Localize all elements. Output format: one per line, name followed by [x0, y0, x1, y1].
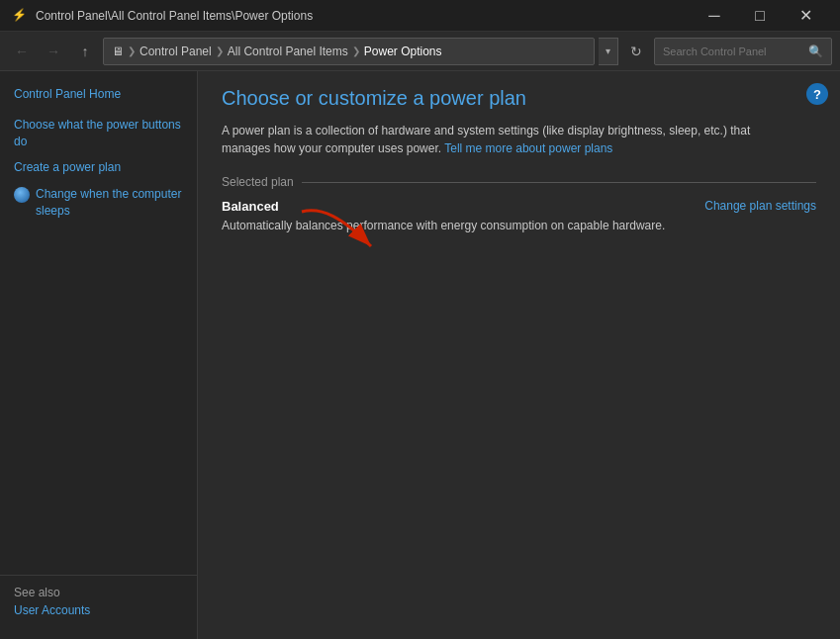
- see-also-label: See also: [14, 586, 183, 599]
- sidebar-item-sleep-label: Change when the computer sleeps: [36, 186, 183, 220]
- forward-button[interactable]: →: [40, 38, 67, 65]
- title-bar: ⚡ Control Panel\All Control Panel Items\…: [0, 0, 840, 32]
- breadcrumb-current: Power Options: [364, 45, 442, 58]
- address-dropdown-button[interactable]: ▾: [599, 38, 618, 65]
- plan-row: Balanced Change plan settings: [222, 199, 816, 214]
- sidebar-nav: Control Panel Home Choose what the power…: [0, 83, 197, 575]
- help-button[interactable]: ?: [806, 83, 828, 105]
- up-arrow-button[interactable]: ↑: [71, 38, 99, 65]
- learn-more-link[interactable]: Tell me more about power plans: [444, 141, 612, 155]
- window-title: Control Panel\All Control Panel Items\Po…: [36, 9, 313, 23]
- breadcrumb-all-items[interactable]: All Control Panel Items: [228, 45, 348, 58]
- page-title: Choose or customize a power plan: [222, 87, 816, 110]
- sidebar-footer: See also User Accounts: [0, 575, 197, 627]
- selected-plan-label: Selected plan: [222, 175, 816, 189]
- plan-name: Balanced: [222, 199, 279, 214]
- main-container: Control Panel Home Choose what the power…: [0, 71, 840, 639]
- content-description: A power plan is a collection of hardware…: [222, 122, 795, 157]
- sidebar-item-sleep[interactable]: Change when the computer sleeps: [10, 183, 187, 223]
- sidebar-item-power-buttons[interactable]: Choose what the power buttons do: [10, 114, 187, 153]
- sidebar-item-create-plan[interactable]: Create a power plan: [10, 156, 187, 179]
- sleep-icon: [14, 187, 30, 203]
- address-bar: ← → ↑ 🖥 ❯ Control Panel ❯ All Control Pa…: [0, 32, 840, 71]
- close-button[interactable]: ✕: [783, 0, 828, 32]
- change-plan-link[interactable]: Change plan settings: [704, 199, 816, 213]
- breadcrumb-control-panel[interactable]: Control Panel: [140, 45, 212, 58]
- window-icon: ⚡: [12, 8, 28, 24]
- sidebar-user-accounts[interactable]: User Accounts: [14, 603, 90, 617]
- sidebar-item-home[interactable]: Control Panel Home: [10, 83, 187, 106]
- breadcrumb-icon: 🖥: [112, 45, 124, 58]
- refresh-button[interactable]: ↻: [622, 38, 650, 65]
- search-icon: 🔍: [808, 45, 823, 58]
- maximize-button[interactable]: □: [737, 0, 783, 32]
- minimize-button[interactable]: ─: [692, 0, 737, 32]
- address-breadcrumb: 🖥 ❯ Control Panel ❯ All Control Panel It…: [103, 38, 595, 65]
- plan-description: Automatically balances performance with …: [222, 218, 667, 234]
- search-input[interactable]: [663, 46, 802, 57]
- window-controls: ─ □ ✕: [692, 0, 828, 32]
- search-box: 🔍: [654, 38, 832, 65]
- content-area: ? Choose or customize a power plan A pow…: [198, 71, 840, 639]
- back-button[interactable]: ←: [8, 38, 36, 65]
- sidebar: Control Panel Home Choose what the power…: [0, 71, 198, 639]
